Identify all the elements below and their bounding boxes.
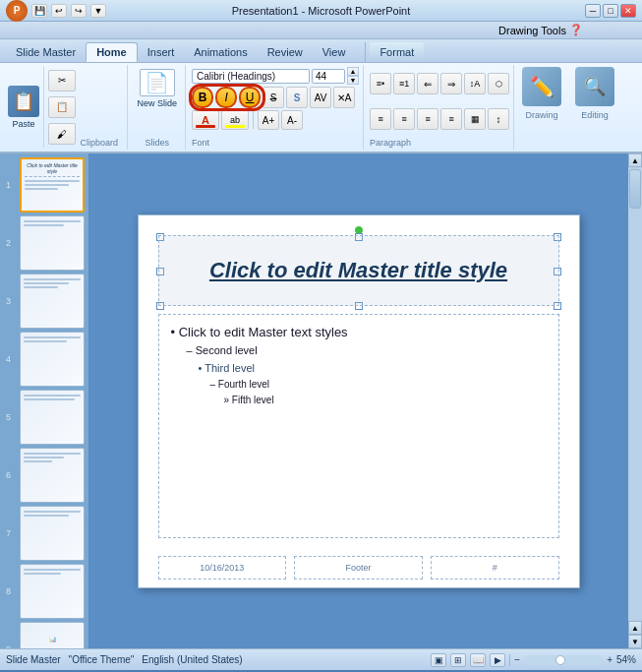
zoom-thumb[interactable] — [555, 655, 565, 665]
decrease-indent-button[interactable]: ⇐ — [417, 73, 438, 94]
tab-slide-master[interactable]: Slide Master — [6, 42, 86, 62]
title-textbox[interactable]: Click to edit Master title style — [158, 235, 559, 306]
align-center-button[interactable]: ≡ — [393, 108, 415, 130]
zoom-minus[interactable]: − — [514, 654, 520, 665]
slide-sorter-btn[interactable]: ⊞ — [450, 653, 466, 667]
numbering-button[interactable]: ≡1 — [393, 73, 415, 94]
convert-smartart[interactable]: ⬡ — [488, 73, 509, 94]
justify-button[interactable]: ≡ — [440, 108, 462, 130]
help-btn[interactable]: ❓ — [569, 24, 583, 36]
slide-thumb-9[interactable]: 📊 — [20, 622, 85, 648]
tab-review[interactable]: Review — [258, 42, 313, 62]
slide-thumb-8[interactable] — [20, 564, 85, 619]
editing-label: Editing — [581, 110, 609, 120]
strikethrough-button[interactable]: S — [263, 87, 284, 108]
zoom-level: 54% — [616, 654, 636, 665]
align-left-button[interactable]: ≡ — [370, 108, 391, 130]
char-spacing-button[interactable]: AV — [310, 87, 331, 108]
text-size-smaller[interactable]: A- — [281, 110, 303, 130]
drawing-tools-bar: Drawing Tools ❓ — [0, 22, 642, 39]
footer-date: 10/16/2013 — [158, 556, 287, 580]
bold-button[interactable]: B — [192, 87, 213, 108]
footer-page-num: # — [431, 556, 559, 580]
slide-thumb-3[interactable] — [20, 274, 85, 329]
align-right-button[interactable]: ≡ — [417, 108, 438, 130]
slide-thumb-7[interactable] — [20, 506, 85, 561]
zoom-bar[interactable] — [524, 655, 603, 665]
highlight-color-button[interactable]: ab — [221, 110, 249, 130]
font-name-selector[interactable]: Calibri (Headings) — [192, 69, 310, 84]
font-size-arrows: ▲ ▼ — [347, 67, 359, 85]
highlight-ab: ab — [230, 115, 240, 125]
tab-format[interactable]: Format — [370, 42, 424, 62]
minimize-button[interactable]: ─ — [585, 4, 601, 18]
window-controls: ─ □ ✕ — [585, 4, 636, 18]
bullets-button[interactable]: ≡• — [370, 73, 391, 94]
ribbon: 📋 Paste ✂ 📋 🖌 Clipboard 📄 New Slide Slid… — [0, 63, 642, 153]
drawing-icon: ✏️ — [522, 67, 561, 106]
paragraph-group: ≡• ≡1 ⇐ ⇒ ↕A ⬡ ≡ ≡ ≡ ≡ ▦ ↕ Paragraph — [366, 65, 514, 150]
text-direction-button[interactable]: ↕A — [464, 73, 486, 94]
customize-btn[interactable]: ▼ — [90, 4, 106, 18]
italic-button[interactable]: I — [215, 87, 237, 108]
normal-view-btn[interactable]: ▣ — [431, 653, 446, 667]
tab-insert[interactable]: Insert — [138, 42, 185, 62]
paste-button[interactable]: 📋 Paste — [8, 67, 44, 148]
editing-group: 🔍 Editing — [569, 65, 620, 150]
slide-thumb-4[interactable] — [20, 332, 85, 387]
new-slide-icon: 📄 — [140, 69, 175, 96]
font-row-2: B I U S S AV ✕A — [192, 87, 359, 108]
undo-btn[interactable]: ↩ — [51, 4, 67, 18]
status-theme: "Office Theme" — [69, 654, 135, 665]
slide-thumb-2[interactable] — [20, 215, 85, 271]
slide-thumb-5[interactable] — [20, 390, 85, 445]
slide-num-6: 6 — [6, 470, 11, 480]
line-spacing-button[interactable]: ↕ — [488, 108, 509, 130]
scroll-up-button[interactable]: ▲ — [628, 153, 642, 167]
main-area: 1 Click to edit Master title style 2 3 — [0, 153, 642, 648]
slide-title: Click to edit Master title style — [209, 258, 507, 283]
underline-button[interactable]: U — [239, 87, 261, 108]
format-painter-button[interactable]: 🖌 — [48, 123, 76, 145]
font-color-button[interactable]: A — [192, 110, 219, 130]
slide-thumb-6[interactable] — [20, 448, 85, 503]
save-quick[interactable]: 💾 — [31, 4, 47, 18]
close-button[interactable]: ✕ — [620, 4, 636, 18]
reading-view-btn[interactable]: 📖 — [470, 653, 486, 667]
slide-num-2: 2 — [6, 238, 11, 248]
scroll-down-button-1[interactable]: ▲ — [628, 621, 642, 635]
window-title: Presentation1 - Microsoft PowerPoint — [232, 5, 411, 17]
scroll-down-button-2[interactable]: ▼ — [628, 635, 642, 648]
slide-num-4: 4 — [6, 354, 11, 364]
font-size-increase[interactable]: ▲ — [347, 67, 359, 76]
columns-button[interactable]: ▦ — [464, 108, 486, 130]
slide-panel: 1 Click to edit Master title style 2 3 — [0, 153, 88, 648]
tab-animations[interactable]: Animations — [184, 42, 257, 62]
clear-format-button[interactable]: ✕A — [333, 87, 355, 108]
canvas-area[interactable]: Click to edit Master title style • Click… — [88, 153, 628, 648]
restore-button[interactable]: □ — [603, 4, 618, 18]
tab-home[interactable]: Home — [86, 42, 138, 62]
font-size-decrease[interactable]: ▼ — [347, 76, 359, 85]
font-group: Calibri (Headings) 44 ▲ ▼ B I U S S AV ✕… — [188, 65, 364, 150]
new-slide-button[interactable]: 📄 New Slide — [136, 67, 180, 110]
increase-indent-button[interactable]: ⇒ — [440, 73, 462, 94]
vertical-scrollbar: ▲ ▲ ▼ — [628, 153, 642, 648]
font-size-selector[interactable]: 44 — [312, 69, 345, 84]
slideshow-btn[interactable]: ▶ — [490, 653, 505, 667]
tab-view[interactable]: View — [313, 42, 356, 62]
copy-button[interactable]: 📋 — [48, 96, 76, 118]
content-level2: – Second level — [171, 342, 547, 360]
content-textbox[interactable]: • Click to edit Master text styles – Sec… — [158, 314, 559, 538]
office-button[interactable]: P — [6, 0, 28, 22]
redo-btn[interactable]: ↪ — [71, 4, 87, 18]
slide-canvas: Click to edit Master title style • Click… — [138, 214, 580, 588]
slide-thumb-1[interactable]: Click to edit Master title style — [20, 157, 85, 213]
status-right: ▣ ⊞ 📖 ▶ − + 54% — [431, 653, 636, 667]
scroll-thumb[interactable] — [629, 169, 641, 209]
cut-button[interactable]: ✂ — [48, 70, 76, 92]
zoom-plus[interactable]: + — [607, 654, 613, 665]
text-size-larger[interactable]: A+ — [258, 110, 279, 130]
text-shadow-button[interactable]: S — [286, 87, 308, 108]
footer-area: 10/16/2013 Footer # — [158, 556, 559, 580]
